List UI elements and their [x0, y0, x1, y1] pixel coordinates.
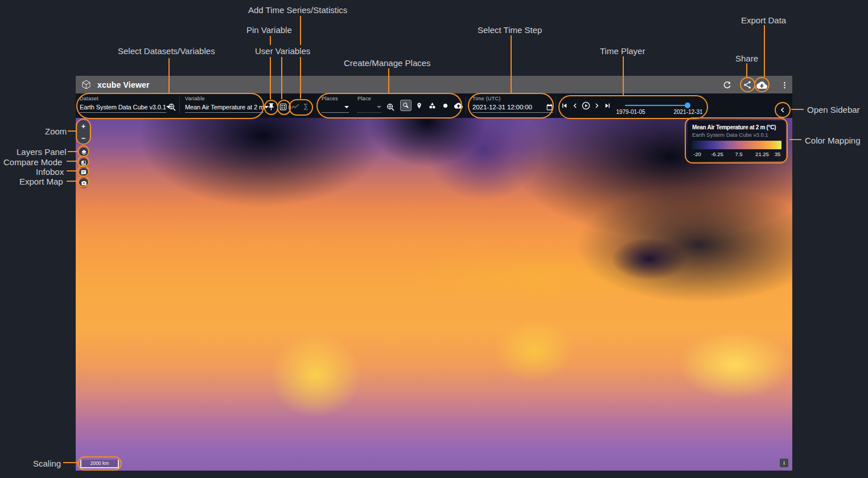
divider	[179, 97, 180, 114]
pushpin-icon	[267, 103, 275, 111]
add-geometry-tool[interactable]	[426, 100, 438, 111]
annotation-label-compare-mode: Compare Mode	[3, 157, 62, 167]
infobox-button[interactable]	[79, 168, 88, 177]
export-data-button[interactable]	[755, 78, 768, 92]
draw-circle-tool[interactable]	[439, 100, 451, 111]
app-title: xcube Viewer	[97, 80, 150, 89]
line-chart-icon	[290, 102, 300, 112]
chevron-left-icon	[571, 102, 579, 109]
annotation-line	[270, 36, 271, 45]
search-globe-icon	[386, 103, 396, 112]
time-slider-thumb[interactable]	[685, 103, 690, 108]
annotation-line	[270, 57, 271, 99]
legend-color-ramp[interactable]	[692, 141, 781, 149]
annotation-line	[300, 57, 301, 99]
share-icon	[743, 80, 752, 89]
open-sidebar-button[interactable]	[776, 104, 789, 116]
annotation-label-scaling: Scaling	[33, 459, 61, 468]
legend-tick: -20	[693, 151, 701, 157]
previous-step-button[interactable]	[570, 100, 580, 111]
annotation-line	[68, 151, 77, 152]
time-slider[interactable]	[625, 105, 689, 106]
kebab-menu-icon	[780, 81, 789, 89]
annotation-label-layers-panel: Layers Panel	[17, 147, 67, 157]
annotation-label-select-time-step: Select Time Step	[478, 25, 542, 35]
variable-select[interactable]: Mean Air Temperature at 2 m	[185, 102, 264, 113]
menu-button[interactable]	[778, 78, 791, 92]
player-end-date: 2021-12-31	[668, 109, 708, 115]
annotation-line	[63, 462, 77, 463]
xcube-viewer-window: xcube Viewer	[76, 76, 792, 471]
control-bar: Dataset Earth System Data Cube v3.0.1 Va…	[76, 93, 792, 118]
annotation-label-zoom: Zoom	[45, 126, 67, 136]
time-label: Time (UTC)	[472, 96, 501, 101]
shapes-icon	[429, 102, 436, 109]
annotation-label-user-variables: User Variables	[255, 46, 310, 56]
xcube-logo-icon	[81, 79, 92, 90]
legend-tick: 7.5	[735, 151, 742, 157]
play-button[interactable]	[581, 100, 591, 111]
divider	[466, 97, 466, 114]
skip-first-icon	[560, 101, 569, 110]
calendar-icon[interactable]	[546, 104, 553, 111]
annotation-line	[746, 63, 747, 77]
places-select[interactable]	[322, 102, 349, 113]
annotation-line	[168, 58, 170, 93]
search-globe-icon	[167, 103, 177, 112]
add-point-tool[interactable]	[413, 100, 425, 111]
compare-mode-button[interactable]	[79, 158, 88, 167]
next-step-button[interactable]	[591, 100, 602, 111]
dataset-value: Earth System Data Cube v3.0.1	[80, 104, 166, 111]
scale-bar: 2000 km	[80, 460, 119, 468]
select-place-tool[interactable]	[400, 100, 412, 111]
dataset-select[interactable]: Earth System Data Cube v3.0.1	[80, 102, 166, 113]
annotation-line	[791, 109, 804, 110]
legend-tick: 35	[775, 151, 781, 157]
pin-variable-button[interactable]	[265, 100, 277, 113]
annotation-line	[789, 139, 801, 140]
layers-icon	[81, 149, 87, 156]
layers-panel-button[interactable]	[79, 148, 88, 157]
chevron-right-icon	[593, 102, 600, 109]
annotation-line	[281, 57, 282, 99]
divider	[556, 97, 556, 114]
import-places-tool[interactable]	[452, 100, 464, 111]
add-location-icon	[416, 102, 423, 109]
legend-tick: 21.25	[755, 151, 769, 157]
locate-place-button[interactable]	[384, 101, 397, 113]
annotation-label-share: Share	[735, 54, 758, 63]
annotation-line	[300, 16, 301, 45]
time-input[interactable]: 2021-12-31 12:00:00	[472, 102, 553, 113]
attribution-button[interactable]: i	[780, 459, 788, 467]
annotation-label-add-time-series-statistics: Add Time Series/Statistics	[248, 5, 347, 15]
annotation-label-pin-variable: Pin Variable	[246, 25, 292, 35]
app-header: xcube Viewer	[76, 76, 792, 93]
annotation-label-color-mapping: Color Mapping	[805, 136, 861, 145]
color-mapping-legend[interactable]: Mean Air Temperature at 2 m (°C) Earth S…	[688, 120, 786, 161]
chat-bubble-icon	[81, 170, 87, 175]
annotation-label-time-player: Time Player	[600, 46, 645, 56]
first-step-button[interactable]	[559, 100, 569, 111]
map-viewport[interactable]: + −	[76, 118, 792, 471]
export-map-button[interactable]	[79, 178, 88, 187]
variable-label: Variable	[185, 96, 205, 101]
share-button[interactable]	[741, 78, 754, 92]
user-variables-grid-icon	[279, 103, 287, 111]
place-label: Place	[357, 96, 371, 101]
zoom-out-button[interactable]: −	[77, 132, 89, 144]
cloud-upload-icon	[454, 101, 463, 110]
refresh-button[interactable]	[720, 78, 734, 92]
zoom-in-button[interactable]: +	[77, 120, 89, 132]
annotated-screenshot: xcube Viewer	[0, 0, 868, 478]
add-statistics-button[interactable]	[299, 100, 312, 113]
variable-value: Mean Air Temperature at 2 m	[185, 104, 264, 111]
place-select[interactable]	[357, 102, 381, 113]
locate-dataset-button[interactable]	[166, 101, 178, 113]
camera-icon	[81, 180, 87, 186]
user-variables-button[interactable]	[277, 100, 289, 113]
annotation-label-export-data: Export Data	[741, 15, 786, 25]
map-zoom-control: + −	[77, 120, 89, 144]
place-tools-group	[400, 100, 464, 111]
annotation-label-infobox: Infobox	[36, 167, 64, 177]
dataset-label: Dataset	[80, 96, 98, 101]
